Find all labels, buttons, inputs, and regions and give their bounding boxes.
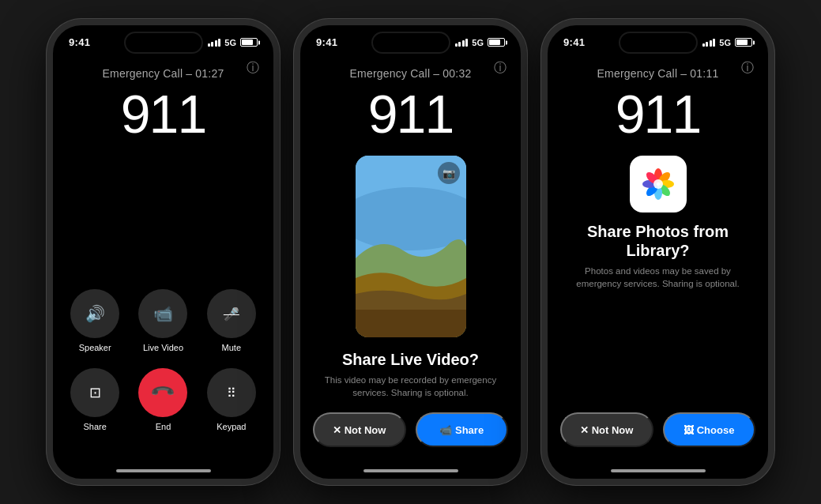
battery-icon	[735, 38, 752, 47]
status-time: 9:41	[69, 36, 90, 48]
network-label: 5G	[224, 38, 236, 47]
phone-1: 9:41 5G ⓘ Emergency Call – 01:27 911 🔊 S…	[47, 19, 280, 485]
volume-up-button	[541, 124, 543, 160]
live-video-button[interactable]: 📹 Live Video	[137, 289, 189, 352]
call-number: 911	[616, 83, 700, 145]
power-button	[525, 88, 527, 136]
end-circle: 📞	[138, 368, 187, 417]
choose-label: 🖼 Choose	[684, 424, 734, 436]
share-button[interactable]: ⊡ Share	[69, 368, 121, 431]
power-button	[278, 88, 280, 136]
silent-button	[541, 88, 543, 112]
prompt-desc: This video may be recorded by emergency …	[319, 374, 502, 399]
home-indicator	[116, 469, 211, 472]
svg-point-1	[356, 187, 466, 250]
share-photos-prompt: Share Photos from Library? Photos and vi…	[548, 222, 768, 290]
battery-icon	[488, 38, 505, 47]
mute-icon: 🎤	[224, 307, 239, 322]
power-button	[773, 88, 774, 136]
silent-button	[294, 88, 296, 112]
live-video-circle: 📹	[138, 289, 187, 338]
end-button[interactable]: 📞 End	[137, 368, 189, 431]
status-icons: 5G	[208, 38, 258, 47]
volume-up-button	[294, 124, 296, 160]
phone-2: 9:41 5G ⓘ Emergency Call – 00:32 911 📷 S…	[294, 19, 527, 485]
mute-button[interactable]: 🎤 Mute	[205, 289, 258, 352]
share-icon: ⊡	[89, 384, 101, 401]
end-icon: 📞	[149, 379, 177, 407]
volume-up-button	[47, 124, 48, 160]
keypad-button[interactable]: ⠿ Keypad	[205, 368, 258, 431]
share-label: Share	[83, 422, 106, 431]
signal-icon	[208, 39, 221, 47]
battery-icon	[240, 38, 258, 47]
status-icons: 5G	[455, 38, 505, 47]
share-circle: ⊡	[70, 368, 119, 417]
dynamic-island	[124, 32, 203, 54]
end-label: End	[156, 422, 171, 431]
info-icon[interactable]: ⓘ	[494, 60, 507, 77]
signal-icon	[702, 39, 716, 47]
call-label: Emergency Call – 01:27	[103, 67, 224, 80]
share-action-buttons: ✕ Not Now 📹 Share	[300, 412, 521, 447]
call-label: Emergency Call – 01:11	[597, 67, 719, 80]
volume-down-button	[294, 171, 296, 207]
keypad-label: Keypad	[217, 422, 246, 431]
info-icon[interactable]: ⓘ	[247, 60, 259, 77]
prompt-desc: Photos and videos may be saved by emerge…	[567, 265, 749, 290]
call-number: 911	[368, 83, 453, 145]
volume-down-button	[541, 171, 543, 207]
mute-label: Mute	[222, 343, 241, 352]
speaker-circle: 🔊	[70, 289, 119, 338]
network-label: 5G	[472, 38, 484, 47]
call-number: 911	[121, 83, 205, 145]
status-time: 9:41	[563, 36, 585, 48]
status-icons: 5G	[702, 38, 752, 47]
speaker-icon: 🔊	[85, 304, 105, 323]
not-now-label: ✕ Not Now	[333, 424, 386, 436]
silent-button	[47, 88, 48, 112]
svg-point-10	[653, 179, 663, 189]
keypad-icon: ⠿	[227, 386, 236, 401]
signal-icon	[455, 39, 469, 47]
mute-circle: 🎤	[207, 289, 256, 338]
speaker-label: Speaker	[79, 343, 111, 352]
live-video-preview: 📷	[356, 156, 466, 337]
share-action-buttons: ✕ Not Now 🖼 Choose	[548, 412, 768, 447]
network-label: 5G	[719, 38, 731, 47]
call-buttons-grid: 🔊 Speaker 📹 Live Video 🎤 Mute ⊡ Share 📞	[53, 289, 273, 431]
share-live-video-prompt: Share Live Video? This video may be reco…	[300, 350, 521, 399]
dynamic-island	[371, 32, 450, 54]
status-time: 9:41	[316, 36, 337, 48]
prompt-title: Share Photos from Library?	[567, 222, 749, 260]
not-now-button[interactable]: ✕ Not Now	[313, 412, 406, 447]
not-now-button[interactable]: ✕ Not Now	[560, 412, 653, 447]
home-indicator	[363, 469, 458, 472]
keypad-circle: ⠿	[207, 368, 256, 417]
camera-icon: 📷	[438, 162, 460, 184]
prompt-title: Share Live Video?	[319, 350, 502, 369]
photos-app-icon	[630, 156, 687, 213]
share-label: 📹 Share	[439, 424, 484, 436]
live-video-label: Live Video	[143, 343, 183, 352]
call-label: Emergency Call – 00:32	[350, 67, 472, 80]
dynamic-island	[619, 32, 698, 54]
home-indicator	[611, 469, 706, 472]
info-icon[interactable]: ⓘ	[741, 60, 754, 77]
choose-button[interactable]: 🖼 Choose	[663, 412, 756, 447]
volume-down-button	[47, 171, 48, 207]
share-video-button[interactable]: 📹 Share	[416, 412, 509, 447]
video-icon: 📹	[153, 304, 173, 323]
phone-3: 9:41 5G ⓘ Emergency Call – 01:11 911	[541, 19, 774, 485]
speaker-button[interactable]: 🔊 Speaker	[69, 289, 121, 352]
not-now-label: ✕ Not Now	[580, 424, 633, 436]
